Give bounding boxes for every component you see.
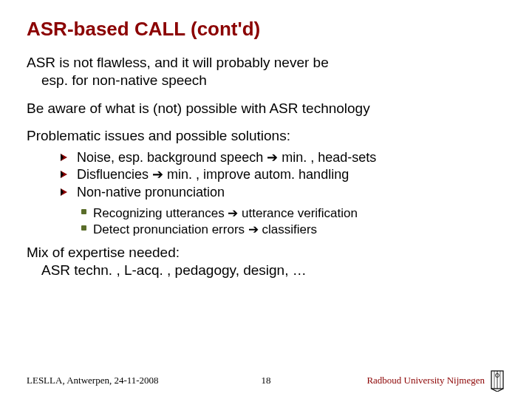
university-logo-icon xyxy=(489,369,505,392)
sub-bullet-item: Recognizing utterances ➔ utterance verif… xyxy=(81,205,505,222)
para1-line2: esp. for non-native speech xyxy=(27,72,207,89)
slide: ASR-based CALL (cont'd) ASR is not flawl… xyxy=(0,0,532,399)
bullet-item: Disfluencies ➔ min. , improve autom. han… xyxy=(61,166,505,183)
footer-left: LESLLA, Antwerpen, 24-11-2008 xyxy=(27,375,159,386)
slide-number: 18 xyxy=(262,375,271,386)
slide-title: ASR-based CALL (cont'd) xyxy=(27,18,505,41)
bullet-item: Noise, esp. background speech ➔ min. , h… xyxy=(61,149,505,166)
university-name: Radboud University Nijmegen xyxy=(366,375,485,386)
sub-bullet-list: Recognizing utterances ➔ utterance verif… xyxy=(81,205,505,238)
paragraph-1: ASR is not flawless, and it will probabl… xyxy=(27,54,505,89)
paragraph-2: Be aware of what is (not) possible with … xyxy=(27,100,505,117)
footer: LESLLA, Antwerpen, 24-11-2008 18 Radboud… xyxy=(27,369,505,392)
paragraph-3: Problematic issues and possible solution… xyxy=(27,127,505,145)
bullet-item: Non-native pronunciation xyxy=(61,184,505,201)
sub-bullet-item: Detect pronunciation errors ➔ classifier… xyxy=(81,222,505,238)
footer-right: Radboud University Nijmegen xyxy=(366,369,505,392)
para1-line1: ASR is not flawless, and it will probabl… xyxy=(27,55,329,70)
para4-line1: Mix of expertise needed: xyxy=(27,245,180,260)
para4-line2: ASR techn. , L-acq. , pedagogy, design, … xyxy=(27,262,307,279)
paragraph-4: Mix of expertise needed: ASR techn. , L-… xyxy=(27,244,505,279)
bullet-list: Noise, esp. background speech ➔ min. , h… xyxy=(61,149,505,201)
